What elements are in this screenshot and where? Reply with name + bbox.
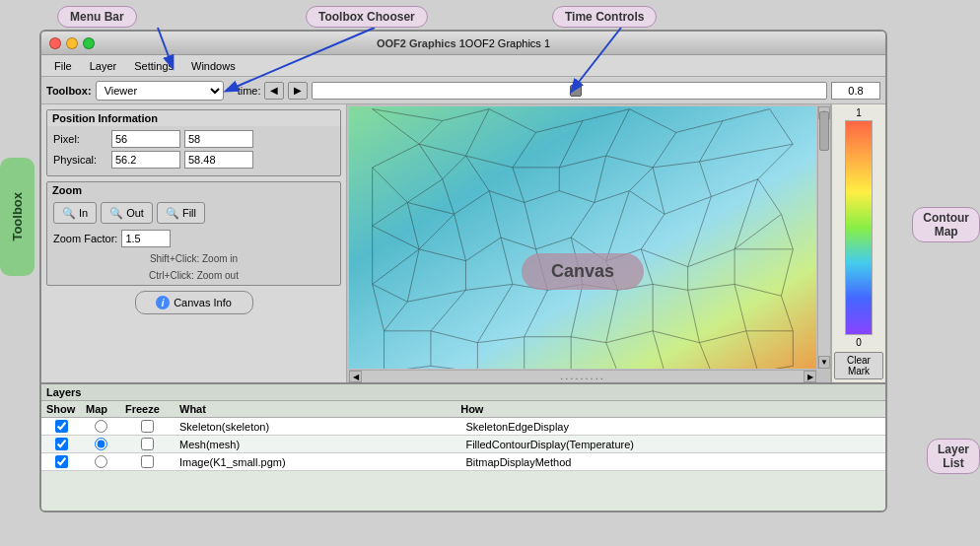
- layer-what-cell: Image(K1_small.pgm): [175, 456, 460, 468]
- canvas-label: Canvas: [522, 253, 644, 290]
- maximize-button[interactable]: [83, 37, 95, 49]
- physical-y-input[interactable]: [184, 151, 253, 169]
- layer-how-cell: SkeletonEdgeDisplay: [460, 421, 885, 433]
- layer-show-cell: [41, 420, 81, 433]
- mesh-svg: [349, 106, 816, 369]
- zoom-fill-label: Fill: [182, 207, 196, 219]
- menu-layer[interactable]: Layer: [82, 58, 125, 74]
- window-controls: [49, 37, 95, 49]
- svg-rect-3: [349, 106, 816, 369]
- toolbox-side-label: Toolbox: [0, 158, 35, 276]
- layer-map-radio[interactable]: [95, 455, 107, 468]
- layers-body: Skeleton(skeleton) SkeletonEdgeDisplay M…: [41, 418, 885, 511]
- zoom-section: Zoom 🔍 In 🔍 Out 🔍 Fill: [46, 181, 341, 286]
- time-value-input[interactable]: [831, 82, 880, 100]
- info-icon: i: [156, 296, 170, 309]
- window-title: OOF2 Graphics 1: [377, 37, 465, 49]
- table-row: Image(K1_small.pgm) BitmapDisplayMethod: [41, 453, 885, 471]
- layer-map-radio[interactable]: [95, 420, 107, 433]
- scroll-thumb-v[interactable]: [819, 111, 829, 151]
- zoom-factor-label: Zoom Factor:: [53, 233, 117, 244]
- layer-freeze-checkbox[interactable]: [141, 420, 154, 433]
- layer-list-annotation: LayerList: [927, 439, 980, 474]
- layers-title: Layers: [41, 384, 885, 401]
- content-area: Position Information Pixel: Physical:: [41, 104, 885, 382]
- physical-label: Physical:: [53, 154, 107, 166]
- zoom-in-label: In: [79, 207, 88, 219]
- toolbox-label: Toolbox:: [46, 85, 92, 97]
- zoom-factor-input[interactable]: [121, 230, 171, 247]
- toolbar: Toolbox: Viewer Mesh Cross-Section Pixel…: [41, 77, 885, 104]
- canvas-info-label: Canvas Info: [174, 297, 232, 308]
- menu-settings[interactable]: Settings: [126, 58, 181, 74]
- contour-panel: 1 0 Clear Mark: [831, 104, 885, 382]
- layer-show-checkbox[interactable]: [55, 420, 68, 433]
- zoom-in-icon: 🔍: [62, 207, 76, 220]
- zoom-out-label: Out: [126, 207, 144, 219]
- layer-freeze-cell: [120, 420, 175, 433]
- scroll-down-arrow[interactable]: ▼: [818, 356, 830, 369]
- zoom-in-button[interactable]: 🔍 In: [53, 202, 97, 224]
- layer-how-cell: FilledContourDisplay(Temperature): [460, 439, 885, 450]
- zoom-out-button[interactable]: 🔍 Out: [101, 202, 153, 224]
- contour-top-value: 1: [856, 107, 862, 118]
- toolbox-panel: Position Information Pixel: Physical:: [41, 104, 347, 382]
- layers-header-how: How: [455, 403, 873, 415]
- time-controls-annotation: Time Controls: [552, 6, 657, 28]
- minimize-button[interactable]: [66, 37, 78, 49]
- position-info-title: Position Information: [47, 110, 340, 126]
- canvas-info-button[interactable]: i Canvas Info: [135, 291, 253, 314]
- layer-show-checkbox[interactable]: [55, 438, 68, 450]
- toolbox-chooser-annotation: Toolbox Chooser: [306, 6, 428, 28]
- clear-mark-button[interactable]: Clear Mark: [834, 352, 883, 379]
- position-info-section: Position Information Pixel: Physical:: [46, 109, 341, 176]
- time-label: time:: [238, 85, 261, 97]
- physical-x-input[interactable]: [111, 151, 180, 169]
- time-prev-button[interactable]: ◀: [264, 82, 284, 100]
- menu-file[interactable]: File: [46, 58, 80, 74]
- pixel-label: Pixel:: [53, 133, 107, 145]
- menu-windows[interactable]: Windows: [183, 58, 244, 74]
- layer-freeze-cell: [120, 455, 175, 468]
- canvas-area: Canvas ▲ ▼ ◀ ▶ .........: [347, 104, 831, 382]
- window-title-text: OOF2 Graphics 1: [465, 37, 550, 49]
- layer-freeze-checkbox[interactable]: [141, 455, 154, 468]
- layers-header-map: Map: [81, 403, 120, 415]
- layer-show-cell: [41, 455, 81, 468]
- layer-freeze-checkbox[interactable]: [141, 438, 154, 450]
- contour-map-annotation: ContourMap: [912, 207, 980, 242]
- vertical-scrollbar[interactable]: ▲ ▼: [817, 106, 830, 369]
- layer-freeze-cell: [120, 438, 175, 450]
- time-slider[interactable]: [312, 82, 827, 100]
- canvas-viewport[interactable]: Canvas: [349, 106, 816, 369]
- pixel-x-input[interactable]: [111, 130, 180, 148]
- contour-bar: [845, 120, 873, 335]
- scroll-dots: .........: [349, 369, 816, 382]
- zoom-fill-button[interactable]: 🔍 Fill: [157, 202, 205, 224]
- layer-map-radio[interactable]: [95, 438, 107, 450]
- time-next-button[interactable]: ▶: [288, 82, 308, 100]
- layers-header-freeze: Freeze: [120, 403, 175, 415]
- layers-header-what: What: [175, 403, 455, 415]
- zoom-hint2: Ctrl+Click: Zoom out: [47, 268, 340, 285]
- table-row: Mesh(mesh) FilledContourDisplay(Temperat…: [41, 436, 885, 453]
- layer-what-cell: Skeleton(skeleton): [175, 421, 460, 433]
- layer-how-cell: BitmapDisplayMethod: [460, 456, 885, 468]
- layer-show-cell: [41, 438, 81, 450]
- menu-bar-annotation: Menu Bar: [57, 6, 137, 28]
- layers-header: Show Map Freeze What How: [41, 401, 885, 418]
- zoom-title: Zoom: [47, 182, 340, 198]
- close-button[interactable]: [49, 37, 61, 49]
- title-bar: OOF2 Graphics 1 OOF2 Graphics 1: [41, 32, 885, 55]
- layer-map-cell: [81, 438, 120, 450]
- pixel-y-input[interactable]: [184, 130, 253, 148]
- menu-bar: File Layer Settings Windows: [41, 55, 885, 77]
- layers-header-show: Show: [41, 403, 81, 415]
- zoom-hint1: Shift+Click: Zoom in: [47, 251, 340, 268]
- main-window: OOF2 Graphics 1 OOF2 Graphics 1 File Lay…: [39, 30, 887, 512]
- layer-show-checkbox[interactable]: [55, 455, 68, 468]
- layer-what-cell: Mesh(mesh): [175, 439, 460, 450]
- toolbox-chooser[interactable]: Viewer Mesh Cross-Section Pixel Info: [96, 81, 224, 101]
- contour-bottom-value: 0: [856, 337, 862, 348]
- layer-map-cell: [81, 420, 120, 433]
